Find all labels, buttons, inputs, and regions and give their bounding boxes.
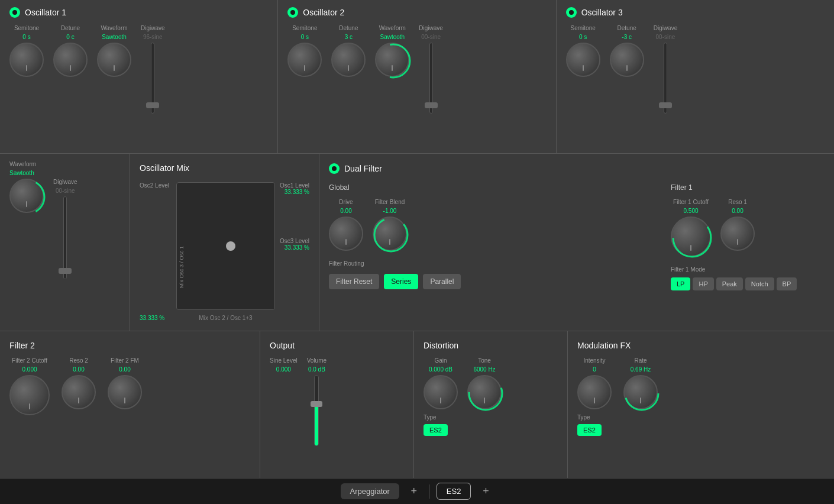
dual-filter-power-button[interactable] (329, 163, 340, 174)
filter2-cutoff-knob[interactable] (9, 375, 50, 415)
osc1-digiwave-thumb[interactable] (146, 102, 159, 108)
volume-slider[interactable] (314, 375, 319, 446)
filter2-reso-knob[interactable] (62, 375, 96, 409)
modulation-type-btn[interactable]: ES2 (577, 424, 602, 436)
osc2-semitone-group: Semitone 0 s (287, 25, 322, 77)
osc3-title-row: Oscillator 3 (566, 7, 825, 18)
svg-point-1 (11, 180, 44, 214)
filter2-fm-knob[interactable] (108, 375, 142, 409)
filter2-cutoff-label: Filter 2 Cutoff (12, 357, 47, 364)
filter1-mode-label: Filter 1 Mode (671, 266, 825, 273)
filter-reset-button[interactable]: Filter Reset (329, 274, 379, 289)
hp-button[interactable]: HP (693, 277, 713, 290)
filter-drive-knob[interactable] (329, 217, 363, 251)
distortion-tone-value: 6000 Hz (473, 366, 495, 373)
osc3-digiwave-thumb-extra[interactable] (59, 268, 72, 274)
mix-xy-pad[interactable]: Mix Osc 3 / Osc 1 (176, 182, 275, 310)
osc3-digiwave-thumb[interactable] (659, 102, 672, 108)
dual-filter-panel: Dual Filter Global Drive 0.00 Filter Ble… (319, 154, 834, 331)
osc2-power-button[interactable] (287, 7, 298, 18)
osc3-power-button[interactable] (566, 7, 577, 18)
distortion-tone-knob[interactable] (467, 375, 502, 409)
arpeggiator-tab[interactable]: Arpeggiator (341, 483, 399, 499)
modulation-panel: Modulation FX Intensity 0 Rate 0.69 Hz (568, 331, 834, 478)
osc1-digiwave-slider[interactable] (151, 43, 154, 114)
osc3-level-value: 33.333 % (280, 244, 309, 251)
mod-rate-group: Rate 0.69 Hz (623, 357, 658, 409)
osc3-digiwave-slider-extra[interactable] (63, 196, 67, 279)
filter2-cutoff-group: Filter 2 Cutoff 0.000 (9, 357, 50, 415)
filter-blend-knob[interactable] (373, 217, 407, 251)
osc2-digiwave-thumb[interactable] (425, 102, 438, 108)
svg-point-5 (625, 377, 658, 410)
output-panel: Output Sine Level 0.000 Volume 0.0 dB (260, 331, 414, 478)
oscillator2-panel: Oscillator 2 Semitone 0 s Detune 3 c Wav… (278, 0, 556, 153)
distortion-type-section: Type ES2 (424, 414, 558, 436)
distortion-type-btn[interactable]: ES2 (424, 424, 448, 436)
osc1-waveform-knob[interactable] (97, 43, 131, 77)
mod-rate-knob[interactable] (623, 375, 658, 409)
filter1-cutoff-knob[interactable] (671, 217, 711, 257)
filter1-cutoff-group: Filter 1 Cutoff 0.500 (671, 199, 711, 257)
osc2-waveform-knob[interactable] (375, 43, 409, 77)
arpeggiator-add-button[interactable]: + (406, 484, 422, 499)
filter-global-label: Global (329, 183, 657, 192)
volume-value: 0.0 dB (308, 366, 325, 373)
osc3-detune-value: -3 c (622, 34, 632, 40)
osc3-title: Oscillator 3 (581, 8, 623, 17)
filter2-fm-label: Filter 2 FM (111, 357, 139, 364)
es2-tab[interactable]: ES2 (437, 483, 471, 500)
osc-mix-title: Oscillator Mix (140, 163, 309, 173)
filter1-reso-value: 0.00 (732, 208, 743, 214)
svg-point-3 (673, 219, 711, 257)
svg-point-4 (469, 377, 502, 410)
osc3-detune-knob[interactable] (610, 43, 644, 77)
osc2-detune-knob[interactable] (331, 43, 366, 77)
volume-thumb[interactable] (311, 401, 322, 407)
osc1-semitone-knob[interactable] (9, 43, 44, 77)
filter1-cutoff-value: 0.500 (683, 208, 698, 214)
osc2-waveform-value: Sawtooth (380, 34, 405, 40)
lp-button[interactable]: LP (671, 277, 690, 290)
distortion-type-label: Type (424, 414, 558, 421)
filter1-label: Filter 1 (671, 183, 825, 192)
parallel-button[interactable]: Parallel (423, 274, 461, 289)
osc1-detune-knob[interactable] (53, 43, 88, 77)
osc1-semitone-value: 0 s (22, 34, 30, 40)
osc3-waveform-knob-extra[interactable] (9, 179, 44, 213)
osc2-digiwave-label: Digiwave (419, 25, 443, 31)
distortion-tone-label: Tone (478, 357, 491, 364)
volume-slider-group: Volume 0.0 dB (307, 357, 327, 446)
osc3-waveform-label-extra: Waveform (9, 161, 36, 167)
osc3-digiwave-value: 00-sine (656, 34, 675, 40)
osc2-semitone-value: 0 s (301, 34, 309, 40)
osc2-digiwave-slider[interactable] (429, 43, 433, 114)
osc3-semitone-label: Semitone (571, 25, 596, 31)
osc3-semitone-knob[interactable] (566, 43, 600, 77)
peak-button[interactable]: Peak (716, 277, 743, 290)
osc1-detune-label: Detune (61, 25, 80, 31)
preset-add-button[interactable]: + (478, 484, 493, 499)
filter1-reso-knob[interactable] (720, 217, 755, 251)
mix-xy-dot (226, 241, 235, 251)
filter-blend-value: -1.00 (383, 208, 397, 214)
osc1-level-group: Osc1 Level 33.333 % (280, 182, 309, 195)
osc1-power-button[interactable] (9, 7, 20, 18)
notch-button[interactable]: Notch (745, 277, 774, 290)
distortion-gain-knob[interactable] (424, 375, 458, 409)
osc1-detune-value: 0 c (66, 34, 74, 40)
xy-axis-label: Mix Osc 3 / Osc 1 (179, 246, 185, 288)
osc2-semitone-knob[interactable] (287, 43, 322, 77)
output-title: Output (270, 341, 404, 350)
osc3-digiwave-group: Digiwave 00-sine (654, 25, 678, 114)
modulation-type-section: Type ES2 (577, 414, 825, 436)
osc3-digiwave-slider[interactable] (664, 43, 667, 114)
bp-button[interactable]: BP (777, 277, 797, 290)
mod-intensity-knob[interactable] (577, 375, 612, 409)
series-button[interactable]: Series (384, 274, 418, 289)
osc3-extra-panel: Waveform Sawtooth Digiwave 00-sine (0, 154, 130, 331)
sine-level-group: Sine Level 0.000 (270, 357, 298, 422)
svg-point-0 (377, 44, 410, 77)
filter1-reso-group: Reso 1 0.00 (720, 199, 755, 257)
osc2-digiwave-group: Digiwave 00-sine (419, 25, 443, 114)
